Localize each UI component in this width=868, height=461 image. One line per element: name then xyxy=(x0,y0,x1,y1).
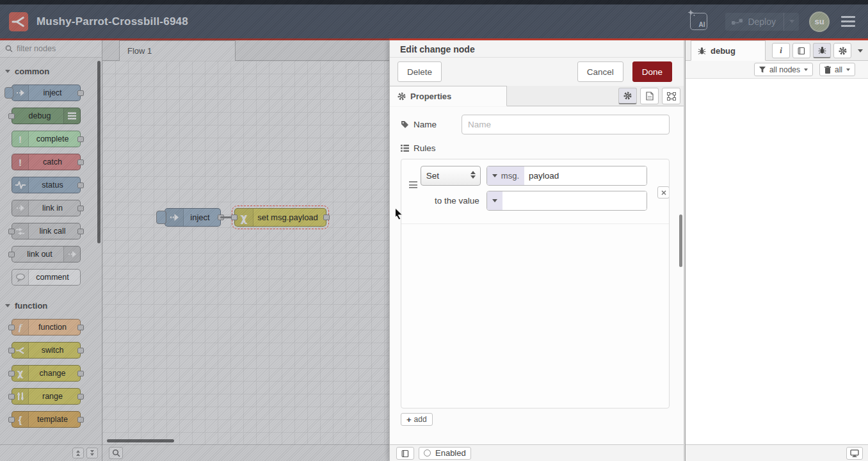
canvas-footer xyxy=(102,444,389,461)
comment-icon xyxy=(12,270,29,285)
value-type-button[interactable] xyxy=(487,191,502,210)
delete-button[interactable]: Delete xyxy=(398,61,442,82)
complete-icon: ! xyxy=(12,131,29,147)
gear-icon xyxy=(839,47,847,55)
input-port[interactable] xyxy=(8,417,15,423)
palette-node-change[interactable]: χ change xyxy=(12,365,81,382)
palette-search[interactable] xyxy=(0,40,102,58)
delete-rule-button[interactable] xyxy=(657,186,670,198)
inject-icon xyxy=(165,209,184,226)
user-avatar[interactable]: su xyxy=(809,12,830,32)
node-button[interactable] xyxy=(4,87,13,99)
workspace-grid[interactable]: inject χ set msg.payload xyxy=(102,61,389,444)
input-port[interactable] xyxy=(8,348,15,353)
open-debug-window-button[interactable] xyxy=(846,447,863,460)
name-label: Name xyxy=(401,120,462,129)
palette-node-inject[interactable]: inject xyxy=(12,85,81,101)
rule-item[interactable]: Set msg. t xyxy=(401,159,669,224)
name-input[interactable] xyxy=(462,115,670,134)
input-port[interactable] xyxy=(8,113,15,119)
palette-node-link-call[interactable]: link call xyxy=(12,223,81,239)
flow-node-inject[interactable]: inject xyxy=(165,208,221,227)
add-rule-button[interactable]: + add xyxy=(401,413,433,426)
output-port[interactable] xyxy=(77,371,84,376)
node-enabled-toggle[interactable]: Enabled xyxy=(419,447,471,460)
palette-category-function[interactable]: function xyxy=(0,292,102,316)
input-port[interactable] xyxy=(8,371,15,376)
flow-node-change-selected[interactable]: χ set msg.payload xyxy=(234,208,326,227)
filter-nodes-dropdown[interactable]: all nodes xyxy=(754,63,813,76)
palette-node-link-out[interactable]: link out xyxy=(12,246,81,263)
palette-node-debug[interactable]: debug xyxy=(12,108,81,124)
property-type-button[interactable]: msg. xyxy=(487,166,524,185)
tray-tab-bar: Properties xyxy=(390,86,684,106)
palette-node-template[interactable]: { template xyxy=(12,411,81,428)
expand-all-button[interactable] xyxy=(86,448,98,458)
output-port[interactable] xyxy=(77,90,84,96)
output-port[interactable] xyxy=(323,214,330,220)
palette-node-complete[interactable]: ! complete xyxy=(12,131,81,147)
property-typed-input: msg. xyxy=(486,166,647,186)
tab-description-button[interactable] xyxy=(640,88,659,104)
config-tab-button[interactable] xyxy=(833,43,851,58)
debug-icon xyxy=(63,108,80,124)
palette-node-function[interactable]: f function xyxy=(12,319,81,336)
input-port[interactable] xyxy=(8,394,15,400)
tab-flow-1[interactable]: Flow 1 xyxy=(119,40,236,61)
main-menu-button[interactable] xyxy=(840,13,856,29)
deploy-options-button[interactable] xyxy=(784,13,799,31)
output-port[interactable] xyxy=(77,182,84,188)
output-port[interactable] xyxy=(77,206,84,211)
tab-debug[interactable]: debug xyxy=(691,40,766,61)
cancel-button[interactable]: Cancel xyxy=(577,61,623,82)
close-icon xyxy=(661,190,666,195)
node-help-button[interactable] xyxy=(396,447,414,460)
deploy-button[interactable]: Deploy xyxy=(725,13,799,31)
palette-scrollbar[interactable] xyxy=(97,61,100,243)
collapse-all-button[interactable] xyxy=(72,448,84,458)
output-port[interactable] xyxy=(77,417,84,423)
debug-tab-button[interactable] xyxy=(813,43,831,58)
tab-appearance-button[interactable] xyxy=(662,88,680,104)
ai-assistant-button[interactable]: AI xyxy=(690,13,707,30)
input-port[interactable] xyxy=(231,214,237,220)
help-tab-button[interactable] xyxy=(792,43,810,58)
catch-icon: ! xyxy=(12,154,29,170)
palette-node-link-in[interactable]: link in xyxy=(12,200,81,216)
info-tab-button[interactable]: i xyxy=(772,43,790,58)
tab-properties[interactable]: Properties xyxy=(390,86,507,106)
input-port[interactable] xyxy=(8,229,15,234)
input-port[interactable] xyxy=(8,325,15,330)
rule-action-select[interactable]: Set xyxy=(421,166,481,186)
output-port[interactable] xyxy=(77,229,84,234)
palette-node-comment[interactable]: comment xyxy=(12,269,81,286)
clear-debug-dropdown[interactable]: all xyxy=(819,63,855,76)
tab-properties-icon-button[interactable] xyxy=(618,88,637,104)
output-port[interactable] xyxy=(77,394,84,400)
gear-icon xyxy=(398,92,406,101)
property-input[interactable] xyxy=(524,166,647,185)
canvas-horizontal-scrollbar[interactable] xyxy=(107,439,174,442)
tray-scrollbar[interactable] xyxy=(679,214,682,267)
output-port[interactable] xyxy=(77,325,84,330)
output-port[interactable] xyxy=(77,159,84,165)
palette-sections: common inject debug ! complete ! catch s… xyxy=(0,58,102,428)
palette-node-status[interactable]: status xyxy=(12,177,81,193)
search-flows-button[interactable] xyxy=(109,447,123,459)
output-port[interactable] xyxy=(77,136,84,142)
output-port[interactable] xyxy=(77,348,84,353)
palette-node-catch[interactable]: ! catch xyxy=(12,154,81,170)
more-tabs-button[interactable] xyxy=(858,49,863,53)
palette-category-common[interactable]: common xyxy=(0,58,102,82)
palette-node-switch[interactable]: switch xyxy=(12,342,81,359)
palette-search-input[interactable] xyxy=(17,44,87,53)
chevron-down-icon xyxy=(492,199,497,202)
page-title: Mushy-Parrot-Crossbill-6948 xyxy=(36,15,188,28)
palette-section: function f function switch χ change rang… xyxy=(0,292,102,428)
input-port[interactable] xyxy=(8,252,15,257)
done-button[interactable]: Done xyxy=(632,61,672,82)
drag-handle-icon[interactable] xyxy=(406,166,421,216)
header-actions: AI Deploy su xyxy=(690,12,860,32)
value-input[interactable] xyxy=(502,191,647,210)
palette-node-range[interactable]: range xyxy=(12,388,81,405)
